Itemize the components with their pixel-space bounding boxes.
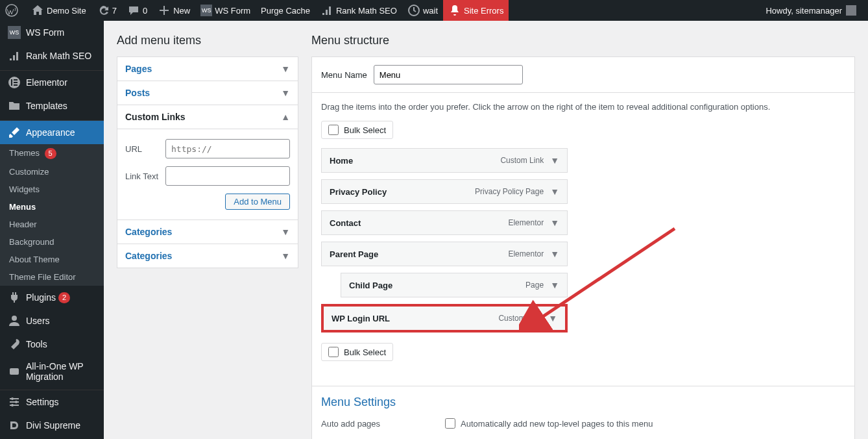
sidebar-item-settings[interactable]: Settings	[0, 390, 104, 414]
chevron-down-icon: ▼	[281, 64, 290, 74]
menu-name-label: Menu Name	[321, 70, 367, 80]
refresh-icon	[97, 4, 110, 17]
bulk-select-checkbox[interactable]	[328, 347, 339, 357]
chevron-down-icon[interactable]: ▼	[550, 280, 559, 290]
sidebar-item-appearance[interactable]: Appearance	[0, 121, 104, 144]
menu-item-bar[interactable]: Parent PageElementor▼	[321, 242, 568, 266]
rankmath-link[interactable]: Rank Math SEO	[315, 0, 402, 21]
chevron-down-icon: ▼	[281, 88, 290, 98]
site-errors-link[interactable]: Site Errors	[443, 0, 509, 21]
svg-rect-5	[14, 82, 18, 83]
menu-item-bar[interactable]: Child PagePage▼	[341, 273, 568, 297]
drag-instructions: Drag the items into the order you prefer…	[321, 102, 845, 112]
clock-icon	[407, 4, 420, 17]
new-link[interactable]: New	[152, 0, 195, 21]
sidebar-item-aio[interactable]: All-in-One WP Migration	[0, 356, 104, 387]
menu-item-bar[interactable]: Privacy PolicyPrivacy Policy Page▼	[321, 179, 568, 204]
sidebar-item-elementor[interactable]: Elementor	[0, 71, 104, 94]
chart-icon	[320, 4, 333, 17]
custom-links-body: URL Link Text Add to Menu	[117, 129, 298, 220]
chevron-down-icon[interactable]: ▼	[550, 155, 559, 166]
account-link[interactable]: Howdy, sitemanager	[760, 0, 862, 21]
menu-item-title: Privacy Policy	[330, 187, 387, 197]
menu-items-list: HomeCustom Link▼Privacy PolicyPrivacy Po…	[321, 148, 568, 332]
bulk-select-bottom[interactable]: Bulk Select	[321, 343, 393, 361]
purge-cache-link[interactable]: Purge Cache	[256, 0, 315, 21]
submenu-header[interactable]: Header	[0, 216, 104, 233]
wsform-icon: WS	[200, 5, 212, 16]
auto-add-label: Auto add pages	[321, 419, 380, 429]
bell-icon	[448, 4, 461, 17]
add-menu-items-column: Add menu items Pages▼ Posts▼ Custom Link…	[117, 27, 298, 439]
chevron-up-icon: ▲	[281, 112, 290, 122]
submenu-customize[interactable]: Customize	[0, 163, 104, 181]
user-icon	[8, 314, 21, 327]
submenu-menus[interactable]: Menus	[0, 198, 104, 216]
wait-link[interactable]: wait	[402, 0, 443, 21]
menu-item-type: Custom Link	[500, 156, 544, 165]
wsform-link[interactable]: WSWS Form	[195, 0, 256, 21]
accordion-categories-2[interactable]: Categories▼	[117, 244, 298, 268]
chevron-down-icon[interactable]: ▼	[550, 218, 559, 228]
menu-item-bar[interactable]: ContactElementor▼	[321, 210, 568, 235]
sidebar-item-plugins[interactable]: Plugins 2	[0, 286, 104, 309]
menu-item-title: Child Page	[349, 281, 392, 290]
auto-add-checkbox[interactable]	[445, 418, 455, 429]
menu-item-title: WP Login URL	[332, 314, 390, 323]
brush-icon	[8, 126, 21, 139]
menu-item-type: Privacy Policy Page	[475, 187, 544, 196]
menu-name-input[interactable]	[374, 65, 523, 84]
submenu-themes[interactable]: Themes 5	[0, 144, 104, 163]
linktext-label: Link Text	[125, 171, 165, 181]
chevron-down-icon: ▼	[281, 227, 290, 237]
add-items-heading: Add menu items	[117, 34, 298, 47]
add-to-menu-button[interactable]: Add to Menu	[225, 194, 290, 210]
submenu-widgets[interactable]: Widgets	[0, 181, 104, 198]
avatar	[846, 5, 856, 16]
submenu-about[interactable]: About Theme	[0, 251, 104, 268]
sidebar-item-tools[interactable]: Tools	[0, 332, 104, 356]
menu-item-bar[interactable]: WP Login URLCustom Link▼	[321, 304, 568, 332]
sidebar-item-rankmath[interactable]: Rank Math SEO	[0, 44, 104, 68]
svg-rect-4	[14, 79, 18, 81]
chevron-down-icon[interactable]: ▼	[548, 313, 557, 323]
site-link[interactable]: Demo Site	[26, 0, 91, 21]
accordion-posts[interactable]: Posts▼	[117, 81, 298, 105]
updates-link[interactable]: 7	[91, 0, 122, 21]
menu-settings-heading: Menu Settings	[321, 395, 845, 409]
sliders-icon	[8, 395, 21, 408]
submenu-editor[interactable]: Theme File Editor	[0, 268, 104, 286]
bulk-select-top[interactable]: Bulk Select	[321, 121, 393, 139]
accordion-custom-links[interactable]: Custom Links▲	[117, 105, 298, 129]
auto-add-option[interactable]: Automatically add new top-level pages to…	[445, 418, 653, 429]
wsform-icon: WS	[8, 26, 21, 39]
svg-point-11	[11, 404, 14, 407]
menu-structure-column: Menu structure Menu Name Drag the items …	[311, 27, 855, 439]
sidebar-item-divi[interactable]: Divi Supreme	[0, 414, 104, 437]
sidebar-item-wsform[interactable]: WSWS Form	[0, 21, 104, 44]
folder-icon	[8, 99, 21, 112]
accordion-categories-1[interactable]: Categories▼	[117, 220, 298, 244]
sidebar-item-users[interactable]: Users	[0, 309, 104, 332]
divi-icon	[8, 419, 21, 432]
menu-item-type: Page	[525, 281, 544, 290]
chevron-down-icon[interactable]: ▼	[550, 186, 559, 197]
menu-item-title: Contact	[330, 218, 361, 228]
url-input[interactable]	[165, 139, 290, 158]
menu-item-bar[interactable]: HomeCustom Link▼	[321, 148, 568, 173]
menu-item-title: Parent Page	[330, 249, 378, 259]
menu-item-title: Home	[330, 156, 353, 166]
comments-link[interactable]: 0	[122, 0, 152, 21]
svg-point-7	[12, 316, 17, 321]
chevron-down-icon[interactable]: ▼	[550, 249, 559, 259]
linktext-input[interactable]	[165, 166, 290, 186]
sidebar-item-templates[interactable]: Templates	[0, 94, 104, 118]
url-label: URL	[125, 144, 165, 154]
wp-logo[interactable]	[0, 0, 26, 21]
accordion-pages[interactable]: Pages▼	[117, 57, 298, 81]
comment-icon	[127, 4, 140, 17]
svg-rect-3	[11, 79, 12, 86]
bulk-select-checkbox[interactable]	[328, 125, 339, 135]
chart-icon	[8, 49, 21, 62]
submenu-background[interactable]: Background	[0, 233, 104, 251]
